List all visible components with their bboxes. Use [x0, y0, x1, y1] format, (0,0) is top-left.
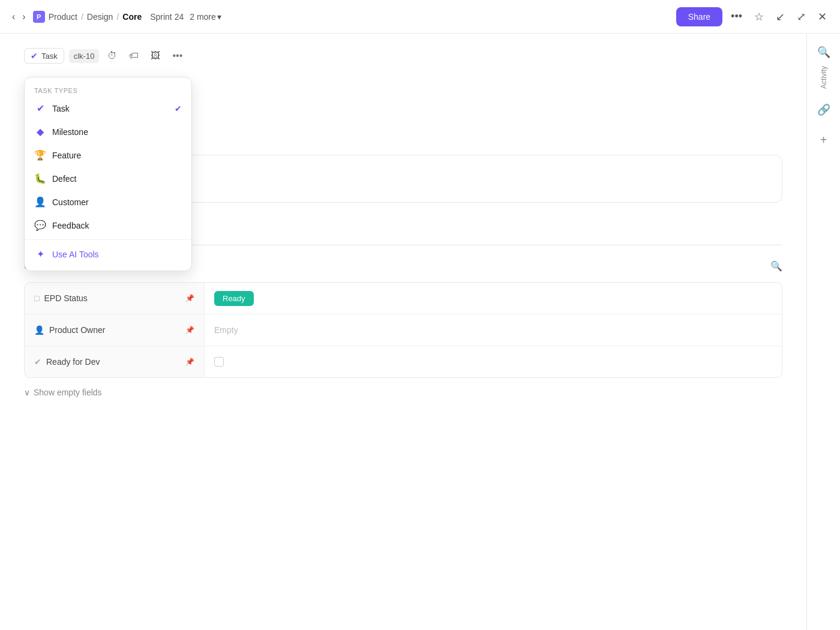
dropdown-section-label: Task types — [25, 82, 191, 97]
dropdown-item-defect[interactable]: 🐛 Defect — [25, 167, 191, 190]
product-owner-icon: 👤 — [34, 325, 44, 335]
show-empty-chevron-icon: ∨ — [24, 388, 30, 397]
field-value-ready-for-dev — [205, 350, 782, 374]
ready-for-dev-icon: ✔ — [34, 357, 41, 367]
nav-back-button[interactable]: ‹ — [10, 9, 17, 25]
dropdown-divider — [25, 239, 191, 240]
right-sidebar: 🔍 Activity 🔗 + — [806, 34, 840, 630]
activity-label: Activity — [820, 66, 828, 89]
epd-status-badge[interactable]: Ready — [214, 291, 254, 306]
breadcrumb-sprint[interactable]: Sprint 24 — [150, 12, 184, 22]
show-empty-label: Show empty fields — [34, 388, 102, 397]
breadcrumb-sep-2: / — [116, 12, 119, 22]
fields-table: □ EPD Status 📌 Ready 👤 Product Owner 📌 — [24, 282, 782, 378]
project-icon: P — [33, 11, 45, 23]
image-button[interactable]: 🖼 — [147, 48, 164, 64]
customer-label: Customer — [52, 197, 89, 207]
field-row-epd-status: □ EPD Status 📌 Ready — [25, 283, 782, 314]
ready-for-dev-checkbox[interactable] — [214, 357, 224, 367]
content-area: ✔ Task clk-10 ⏱ 🏷 🖼 ••• Task types ✔ Tas… — [0, 34, 806, 630]
dropdown-item-feature[interactable]: 🏆 Feature — [25, 143, 191, 167]
breadcrumb-more[interactable]: 2 more ▾ — [190, 12, 221, 22]
share-button[interactable]: Share — [676, 7, 722, 26]
activity-search-icon[interactable]: 🔍 — [815, 43, 833, 61]
breadcrumb: P Product / Design / Core Sprint 24 2 mo… — [33, 11, 221, 23]
epd-status-icon: □ — [34, 293, 39, 303]
ai-icon: ✦ — [34, 248, 46, 260]
defect-icon: 🐛 — [34, 173, 46, 184]
nav-arrows: ‹ › — [10, 9, 28, 25]
milestone-icon: ◆ — [34, 126, 46, 137]
expand-button[interactable]: ⤢ — [793, 8, 809, 26]
milestone-label: Milestone — [52, 127, 88, 137]
more-options-button[interactable]: ••• — [727, 8, 746, 25]
timer-button[interactable]: ⏱ — [104, 48, 121, 64]
download-button[interactable]: ↙ — [772, 8, 788, 26]
field-label-ready-for-dev: ✔ Ready for Dev 📌 — [25, 346, 205, 377]
feature-label: Feature — [52, 151, 81, 160]
field-row-product-owner: 👤 Product Owner 📌 Empty — [25, 314, 782, 346]
dropdown-item-customer[interactable]: 👤 Customer — [25, 190, 191, 214]
breadcrumb-sep-1: / — [81, 12, 83, 22]
task-selected-check: ✔ — [175, 104, 182, 113]
topbar: ‹ › P Product / Design / Core Sprint 24 … — [0, 0, 840, 34]
more-task-options-button[interactable]: ••• — [169, 48, 186, 64]
task-check-icon: ✔ — [31, 51, 38, 61]
dropdown-ai-item[interactable]: ✦ Use AI Tools — [25, 242, 191, 266]
custom-fields-section: Custom Fields 🔍 □ EPD Status 📌 Ready — [24, 260, 782, 397]
sidebar-search-group: 🔍 Activity — [815, 43, 833, 89]
search-section-icon[interactable]: 🔍 — [770, 260, 782, 272]
feature-icon: 🏆 — [34, 149, 46, 161]
breadcrumb-core[interactable]: Core — [122, 12, 142, 22]
field-row-ready-for-dev: ✔ Ready for Dev 📌 — [25, 346, 782, 377]
close-button[interactable]: ✕ — [814, 8, 830, 26]
field-value-epd-status: Ready — [205, 286, 782, 310]
defect-label: Defect — [52, 174, 76, 184]
feedback-icon: 💬 — [34, 220, 46, 231]
sidebar-add-icon[interactable]: + — [818, 131, 830, 149]
product-owner-label: Product Owner — [49, 325, 105, 335]
task-type-button[interactable]: ✔ Task — [24, 48, 64, 64]
task-type-item-label: Task — [52, 104, 70, 113]
product-owner-pin-icon[interactable]: 📌 — [185, 326, 194, 334]
ai-tools-label: Use AI Tools — [52, 250, 99, 259]
sidebar-link-icon[interactable]: 🔗 — [815, 101, 833, 119]
tag-button[interactable]: 🏷 — [125, 48, 142, 64]
dropdown-item-task[interactable]: ✔ Task ✔ — [25, 97, 191, 120]
topbar-left: ‹ › P Product / Design / Core Sprint 24 … — [10, 9, 221, 25]
ready-for-dev-label: Ready for Dev — [46, 357, 100, 367]
product-owner-empty: Empty — [214, 325, 238, 335]
task-types-dropdown: Task types ✔ Task ✔ ◆ Milestone 🏆 Featur… — [24, 77, 192, 271]
customer-icon: 👤 — [34, 196, 46, 208]
ready-for-dev-pin-icon[interactable]: 📌 — [185, 358, 194, 366]
breadcrumb-product[interactable]: Product — [49, 12, 77, 22]
task-header: ✔ Task clk-10 ⏱ 🏷 🖼 ••• Task types ✔ Tas… — [24, 48, 782, 64]
dropdown-item-milestone[interactable]: ◆ Milestone — [25, 120, 191, 143]
epd-status-label: EPD Status — [44, 293, 87, 303]
star-button[interactable]: ☆ — [751, 8, 767, 26]
feedback-label: Feedback — [52, 221, 89, 230]
main-container: ✔ Task clk-10 ⏱ 🏷 🖼 ••• Task types ✔ Tas… — [0, 34, 840, 630]
dropdown-item-feedback[interactable]: 💬 Feedback — [25, 214, 191, 237]
task-type-label: Task — [41, 52, 58, 61]
breadcrumb-design[interactable]: Design — [87, 12, 113, 22]
field-label-epd-status: □ EPD Status 📌 — [25, 283, 205, 314]
task-type-icon: ✔ — [34, 103, 46, 114]
field-label-product-owner: 👤 Product Owner 📌 — [25, 314, 205, 346]
field-value-product-owner: Empty — [205, 318, 782, 342]
show-empty-fields[interactable]: ∨ Show empty fields — [24, 388, 782, 397]
topbar-right: Share ••• ☆ ↙ ⤢ ✕ — [676, 7, 830, 26]
task-id-badge: clk-10 — [69, 49, 100, 63]
epd-status-pin-icon[interactable]: 📌 — [185, 294, 194, 302]
nav-forward-button[interactable]: › — [20, 9, 28, 25]
